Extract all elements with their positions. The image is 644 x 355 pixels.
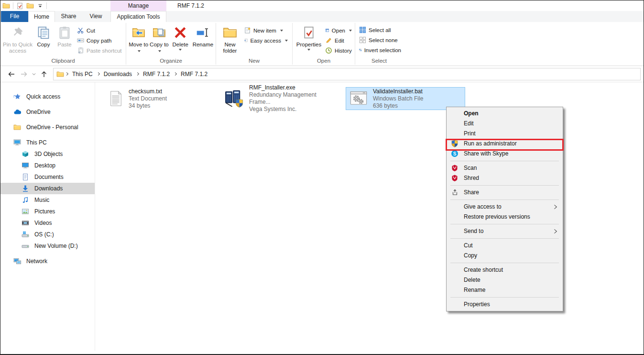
folder-icon xyxy=(56,70,64,78)
menu-item-properties[interactable]: Properties xyxy=(447,300,563,310)
breadcrumb-segment[interactable]: This PC xyxy=(68,68,97,80)
menu-separator xyxy=(450,238,559,239)
rename-button[interactable]: Rename xyxy=(191,23,215,48)
new-item-button[interactable]: New item xyxy=(242,25,290,35)
menu-item-scan[interactable]: Scan xyxy=(447,163,563,173)
sidebar-item-documents[interactable]: Documents xyxy=(0,171,95,183)
select-all-button[interactable]: Select all xyxy=(357,25,403,35)
ribbon: Pin to Quick access Copy Paste Cut xyxy=(0,22,644,66)
sidebar-item-network[interactable]: Network xyxy=(0,255,95,267)
sidebar-item-desktop[interactable]: Desktop xyxy=(0,160,95,171)
tab-share[interactable]: Share xyxy=(55,11,82,22)
context-menu: Open Edit Print Run as administrator Sha… xyxy=(446,107,563,311)
menu-item-give-access-to[interactable]: Give access to xyxy=(447,202,563,212)
pin-to-quick-access-button[interactable]: Pin to Quick access xyxy=(2,23,33,54)
menu-item-share[interactable]: Share xyxy=(447,188,563,198)
group-label-new: New xyxy=(216,57,292,66)
menu-item-send-to[interactable]: Send to xyxy=(447,226,563,236)
up-arrow-icon xyxy=(40,70,48,78)
tab-home[interactable]: Home xyxy=(28,11,55,22)
forward-arrow-icon xyxy=(20,70,28,78)
invert-selection-icon xyxy=(359,46,362,54)
menu-item-copy[interactable]: Copy xyxy=(447,251,563,261)
open-button[interactable]: Open xyxy=(323,25,354,35)
menu-item-run-as-administrator[interactable]: Run as administrator xyxy=(447,139,563,149)
copy-button[interactable]: Copy xyxy=(33,23,54,48)
sidebar-item-onedrive-personal[interactable]: OneDrive - Personal xyxy=(0,122,95,133)
properties-qat-icon[interactable] xyxy=(16,2,23,10)
recent-locations-button[interactable] xyxy=(30,68,38,80)
menu-item-print[interactable]: Print xyxy=(447,129,563,139)
menu-item-edit[interactable]: Edit xyxy=(447,119,563,129)
cut-button[interactable]: Cut xyxy=(75,25,125,35)
invert-selection-button[interactable]: Invert selection xyxy=(357,45,403,55)
breadcrumb-chevron-icon xyxy=(174,72,177,76)
select-none-icon xyxy=(359,36,366,44)
sidebar-item-this-pc[interactable]: This PC xyxy=(0,137,95,148)
dropdown-caret-icon xyxy=(158,50,161,52)
pin-icon xyxy=(11,26,24,39)
paste-shortcut-button[interactable]: Paste shortcut xyxy=(75,45,125,55)
breadcrumb-segment[interactable]: RMF 7.1.2 xyxy=(177,68,211,80)
tab-view[interactable]: View xyxy=(82,11,109,22)
menu-item-cut[interactable]: Cut xyxy=(447,241,563,251)
forward-button[interactable] xyxy=(18,68,30,80)
easy-access-button[interactable]: Easy access xyxy=(242,35,290,45)
copy-path-button[interactable]: Copy path xyxy=(75,35,125,45)
skype-icon xyxy=(451,150,458,157)
customize-caret-icon[interactable] xyxy=(37,2,44,9)
properties-button[interactable]: Properties xyxy=(295,23,323,51)
sidebar-item-pictures[interactable]: Pictures xyxy=(0,206,95,217)
dropdown-caret-icon xyxy=(307,49,310,51)
ribbon-tab-row: File Home Share View Application Tools xyxy=(0,11,644,22)
ribbon-group-new: New folder New item Easy access New xyxy=(216,22,292,66)
sidebar-item-downloads[interactable]: Downloads xyxy=(0,183,95,194)
sidebar-item-videos[interactable]: Videos xyxy=(0,217,95,229)
menu-item-rename[interactable]: Rename xyxy=(447,285,563,295)
sidebar-item-quick-access[interactable]: Quick access xyxy=(0,91,95,102)
new-folder-qat-icon[interactable] xyxy=(26,2,34,10)
submenu-chevron-icon xyxy=(552,204,558,210)
ribbon-group-open: Properties Open Edit History xyxy=(293,22,355,66)
paste-button[interactable]: Paste xyxy=(54,23,75,48)
menu-item-delete[interactable]: Delete xyxy=(447,275,563,285)
file-tile-rmf-installer-exe[interactable]: RMF_Installer.exe Redundancy Management … xyxy=(221,87,340,110)
move-to-button[interactable]: Move to xyxy=(128,23,149,54)
new-folder-button[interactable]: New folder xyxy=(218,23,242,54)
easy-access-icon xyxy=(244,37,248,44)
tab-application-tools[interactable]: Application Tools xyxy=(110,11,166,22)
back-button[interactable] xyxy=(5,68,18,80)
history-button[interactable]: History xyxy=(323,45,354,55)
breadcrumb-chevron-icon xyxy=(97,72,100,76)
select-none-button[interactable]: Select none xyxy=(357,35,403,45)
menu-separator xyxy=(450,161,559,161)
group-label-select: Select xyxy=(355,57,403,66)
menu-item-share-with-skype[interactable]: Share with Skype xyxy=(447,149,563,159)
sidebar-item-onedrive[interactable]: OneDrive xyxy=(0,106,95,118)
submenu-chevron-icon xyxy=(552,228,558,234)
copy-to-button[interactable]: Copy to xyxy=(149,23,169,54)
sidebar-item-os-c[interactable]: OS (C:) xyxy=(0,229,95,240)
history-icon xyxy=(325,47,332,54)
tab-file[interactable]: File xyxy=(1,11,28,22)
up-button[interactable] xyxy=(38,68,50,80)
edit-button[interactable]: Edit xyxy=(323,35,354,45)
sidebar-item-music[interactable]: Music xyxy=(0,194,95,206)
delete-button[interactable]: Delete xyxy=(170,23,191,51)
window-title: RMF 7.1.2 xyxy=(177,0,204,11)
menu-item-create-shortcut[interactable]: Create shortcut xyxy=(447,265,563,275)
sidebar-item-3d-objects[interactable]: 3D Objects xyxy=(0,148,95,160)
videos-icon xyxy=(22,219,29,227)
breadcrumb-segment[interactable]: RMF 7.1.2 xyxy=(139,68,174,80)
dropdown-caret-icon xyxy=(280,30,283,32)
menu-item-restore-previous-versions[interactable]: Restore previous versions xyxy=(447,212,563,222)
breadcrumb-segment[interactable]: Downloads xyxy=(100,68,136,80)
address-bar[interactable]: This PC Downloads RMF 7.1.2 RMF 7.1.2 xyxy=(53,68,641,80)
file-type: Text Document xyxy=(129,95,167,102)
menu-item-shred[interactable]: Shred xyxy=(447,173,563,183)
file-tile-checksum-txt[interactable]: checksum.txt Text Document 34 bytes xyxy=(105,87,216,110)
menu-item-open[interactable]: Open xyxy=(447,109,563,119)
sidebar-item-new-volume-d[interactable]: New Volume (D:) xyxy=(0,240,95,252)
contextual-group-manage[interactable]: Manage xyxy=(110,0,166,11)
mcafee-shield-icon xyxy=(451,164,458,172)
